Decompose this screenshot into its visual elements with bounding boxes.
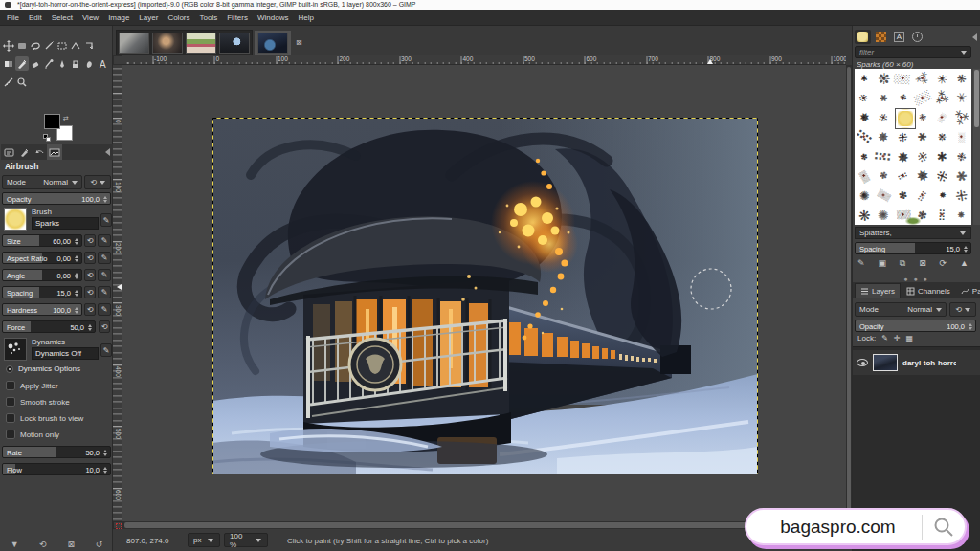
brush-name-entry[interactable]: Sparks — [32, 217, 99, 230]
menu-select[interactable]: Select — [47, 10, 78, 26]
tab-undo-history[interactable] — [32, 144, 47, 160]
brush-cell[interactable]: ✱ — [913, 127, 932, 146]
brush-cell[interactable]: ✸ — [894, 147, 913, 166]
brush-thumbnail[interactable] — [4, 208, 27, 231]
lock-alpha-icon[interactable]: ▦ — [906, 334, 914, 342]
tab-paths[interactable]: Paths — [956, 283, 980, 298]
image-tab-4[interactable] — [219, 33, 250, 54]
brush-cell[interactable]: ✸ — [874, 127, 893, 146]
opacity-slider[interactable]: Opacity 100,0 — [2, 192, 111, 205]
menu-view[interactable]: View — [78, 10, 103, 26]
tool-fuzzy-select[interactable] — [42, 38, 56, 53]
layer-opacity-slider[interactable]: Opacity100,0 — [855, 320, 976, 332]
tab-images[interactable] — [47, 144, 62, 160]
force-slider[interactable]: Force50,0 — [2, 320, 96, 333]
brush-cell[interactable]: ✸ — [913, 166, 932, 186]
duplicate-brush-button[interactable]: ⧉ — [900, 258, 905, 269]
mode-reset-button[interactable]: ⟲ — [84, 175, 111, 189]
smooth-stroke-checkbox[interactable]: Smooth stroke — [6, 397, 70, 407]
edit-dynamics-button[interactable]: ✎ — [100, 343, 112, 357]
spacing-link-button[interactable]: ✎ — [98, 286, 111, 298]
brush-cell[interactable]: ❋ — [855, 206, 874, 225]
brush-cell[interactable]: ⣿ — [894, 166, 913, 186]
layer-visibility-icon[interactable] — [857, 359, 868, 366]
angle-reset-button[interactable]: ⟲ — [84, 269, 96, 281]
tool-text[interactable]: A — [96, 56, 109, 71]
tool-alignment[interactable] — [15, 38, 29, 53]
brush-cell[interactable]: ⁂ — [913, 69, 932, 88]
brush-cell[interactable]: ※ — [913, 147, 932, 166]
tab-channels[interactable]: Channels — [902, 283, 955, 298]
size-slider[interactable]: Size60,00 — [2, 234, 82, 247]
tool-ink[interactable] — [56, 56, 69, 71]
aspect-ratio-slider[interactable]: Aspect Ratio0,00 — [2, 252, 82, 264]
aspect-spinner[interactable] — [73, 253, 80, 263]
menu-windows[interactable]: Windows — [253, 10, 293, 26]
menu-image[interactable]: Image — [103, 10, 134, 26]
collapse-left-dock-icon[interactable] — [105, 148, 110, 156]
lock-brush-checkbox[interactable]: Lock brush to view — [6, 413, 83, 423]
ruler-origin-button[interactable] — [113, 55, 122, 65]
edit-brush-button[interactable]: ✎ — [100, 213, 112, 227]
brush-cell[interactable]: ⣿ — [855, 127, 874, 146]
save-preset-button[interactable]: ▼ — [11, 540, 19, 549]
menu-edit[interactable]: Edit — [24, 10, 47, 26]
angle-spinner[interactable] — [73, 271, 80, 280]
spacing-spinner[interactable] — [962, 244, 969, 253]
brush-cell[interactable]: ✺ — [874, 206, 893, 225]
tool-flip[interactable] — [82, 38, 96, 53]
tab-brushes[interactable] — [855, 30, 871, 44]
brush-cell[interactable]: ✸ — [932, 186, 951, 205]
brush-cell[interactable]: ✸ — [855, 108, 874, 127]
edit-brush-button[interactable]: ✎ — [858, 258, 865, 269]
angle-slider[interactable]: Angle0,00 — [2, 269, 82, 281]
rate-slider[interactable]: Rate50,0 — [2, 446, 111, 458]
selected-brush-cell[interactable] — [895, 108, 916, 129]
lock-pixels-icon[interactable]: ✎ — [881, 334, 888, 342]
tab-document-history[interactable] — [909, 30, 925, 44]
paint-mode-dropdown[interactable]: Mode Normal — [2, 175, 82, 189]
menu-layer[interactable]: Layer — [134, 10, 163, 26]
force-reset-button[interactable]: ⟲ — [99, 320, 110, 333]
close-image-icon[interactable]: ⊠ — [296, 39, 302, 47]
brush-cell[interactable]: ✽ — [894, 186, 913, 205]
brush-cell[interactable]: ✳ — [932, 69, 951, 88]
menu-filters[interactable]: Filters — [222, 10, 253, 26]
tool-paintbrush[interactable] — [15, 56, 29, 71]
horizontal-scrollbar[interactable] — [122, 521, 846, 529]
restore-preset-button[interactable]: ⟲ — [39, 540, 47, 549]
brush-cell[interactable]: ✱ — [855, 69, 874, 88]
horizontal-ruler[interactable]: -100 0 100 200 300 400 500 600 700 800 9… — [122, 55, 846, 65]
tool-move[interactable] — [2, 38, 15, 53]
tool-gradient[interactable] — [2, 56, 15, 71]
brush-cell[interactable]: ▒ — [855, 166, 874, 186]
tool-transform[interactable] — [69, 38, 82, 53]
tab-layers[interactable]: Layers — [855, 283, 901, 298]
aspect-link-button[interactable]: ✎ — [98, 252, 111, 264]
zoom-dropdown[interactable]: 100 % — [224, 533, 268, 547]
image-tab-2[interactable] — [152, 33, 183, 54]
flow-spinner[interactable] — [101, 465, 109, 474]
open-brush-button[interactable]: ▲ — [960, 258, 969, 269]
delete-preset-button[interactable]: ⊠ — [67, 540, 75, 549]
menu-file[interactable]: File — [2, 10, 24, 26]
hardness-slider[interactable]: Hardness100,0 — [2, 303, 82, 316]
reset-tool-button[interactable]: ↺ — [96, 540, 103, 549]
brush-cell[interactable]: ❋ — [952, 69, 971, 88]
brush-cell[interactable]: ✱ — [932, 147, 951, 166]
spacing-spinner[interactable] — [73, 288, 80, 298]
tool-clone[interactable] — [69, 56, 82, 71]
lock-position-icon[interactable]: ✛ — [894, 334, 901, 342]
layer-mode-dropdown[interactable]: Mode Normal — [855, 302, 947, 317]
brush-spacing-slider[interactable]: Spacing15,0 — [855, 242, 971, 254]
hardness-link-button[interactable]: ✎ — [98, 303, 111, 316]
flow-slider[interactable]: Flow10,0 — [2, 463, 111, 475]
delete-brush-button[interactable]: ⊠ — [919, 258, 926, 269]
layer-row[interactable]: daryl-toh-horror-on-the-orient-express — [853, 350, 980, 375]
force-spinner[interactable] — [86, 322, 94, 332]
image-tab-active[interactable] — [255, 31, 291, 55]
size-link-button[interactable]: ✎ — [98, 234, 111, 247]
brush-cell[interactable]: ⁂ — [932, 88, 951, 107]
angle-link-button[interactable]: ✎ — [98, 269, 111, 281]
brush-cell[interactable]: ※ — [932, 166, 951, 186]
